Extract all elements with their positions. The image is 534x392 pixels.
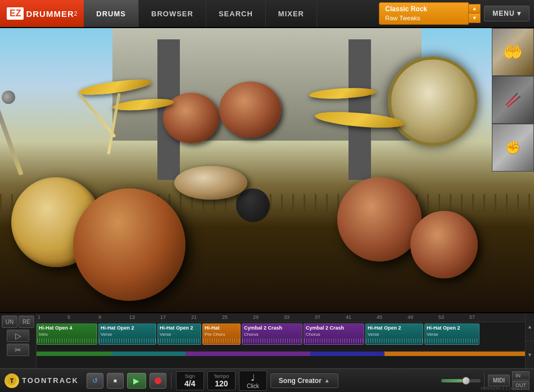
floor-tom-right[interactable] <box>337 177 422 262</box>
seq-block-4-pattern <box>242 339 302 343</box>
seq-timeline: 1 5 9 13 17 21 25 29 33 37 41 45 49 53 5… <box>37 313 534 368</box>
preset-line2: Raw Tweaks <box>385 14 449 22</box>
ruler-13: 13 <box>129 314 135 320</box>
tab-browser[interactable]: BROWSER <box>139 0 206 27</box>
preset-arrows: ▲ ▼ <box>469 4 481 23</box>
logo-drummer: DRUMMER <box>26 10 74 18</box>
seq-block-1[interactable]: Hi-Hat Open 2 Verse <box>98 323 156 345</box>
seq-block-0-sub: Intro <box>37 332 97 337</box>
rack-tom-2[interactable] <box>219 82 281 138</box>
seq-block-4[interactable]: Cymbal 2 Crash Chorus <box>242 323 302 345</box>
version-text: VERSION 2.1.0 (64-BIT) <box>480 386 530 391</box>
song-creator-button[interactable]: Song Creator ▲ <box>270 373 338 388</box>
seq-block-6-sub: Verse <box>366 332 423 337</box>
seq-block-6-label: Hi-Hat Open 2 <box>366 324 423 332</box>
drum-area: 🤲 🥢 ✊ <box>0 28 534 312</box>
stop-button[interactable]: ■ <box>107 373 124 389</box>
snare-drum[interactable] <box>174 166 247 200</box>
click-icon: ♩ <box>251 372 255 383</box>
sign-label: Sign <box>181 373 199 379</box>
seq-block-7[interactable]: Hi-Hat Open 2 Verse <box>424 323 479 345</box>
volume-thumb[interactable] <box>462 377 470 385</box>
ruler-21: 21 <box>191 314 197 320</box>
seq-block-3[interactable]: Hi-Hat Pre Choru <box>202 323 241 345</box>
floor-tom-right-2[interactable] <box>410 211 478 278</box>
menu-button[interactable]: MENU ▾ <box>484 6 530 21</box>
color-strip <box>37 352 534 356</box>
redo-button[interactable]: RE <box>19 316 34 328</box>
cut-tool-button[interactable]: ✂ <box>7 344 29 356</box>
sequencer: UN RE ▷ ✂ 1 5 9 13 17 21 25 29 33 37 <box>0 312 534 368</box>
seq-block-4-sub: Chorus <box>242 332 302 337</box>
ruler-53: 53 <box>438 314 444 320</box>
preset-dropdown[interactable]: Classic Rock Raw Tweaks <box>379 2 469 25</box>
stop-icon: ■ <box>114 377 117 384</box>
midi-button[interactable]: MIDI <box>488 375 510 386</box>
toontrack-logo: T TOONTRACK <box>4 373 79 388</box>
transport-bar: T TOONTRACK ↺ ■ ▶ Sign 4/4 Tempo <box>0 368 534 392</box>
seq-scroll-down[interactable]: ▼ <box>526 341 534 369</box>
undo-button[interactable]: UN <box>2 316 17 328</box>
seq-block-5-pattern <box>304 339 364 343</box>
seq-block-1-label: Hi-Hat Open 2 <box>99 324 156 332</box>
in-button[interactable]: IN <box>512 371 530 380</box>
track-row-1: Hi-Hat Open 4 Intro Hi-Hat Open 2 Verse … <box>37 322 534 350</box>
loop-icon: ↺ <box>92 377 98 385</box>
seq-scroll-up[interactable]: ▲ <box>526 313 534 341</box>
toontrack-icon: T <box>4 373 19 388</box>
instrument-panel-stick[interactable]: 🥢 <box>492 76 534 124</box>
click-button[interactable]: ♩ Click <box>239 371 267 391</box>
seq-block-0-pattern <box>37 339 97 343</box>
seq-block-3-sub: Pre Choru <box>203 332 240 337</box>
seq-block-2-sub: Verse <box>158 332 201 337</box>
time-signature-box[interactable]: Sign 4/4 <box>176 371 204 390</box>
seq-block-7-label: Hi-Hat Open 2 <box>425 324 479 332</box>
logo-version: 2 <box>74 11 78 17</box>
volume-slider[interactable] <box>441 379 481 382</box>
mallet-head <box>0 89 17 106</box>
seq-block-0[interactable]: Hi-Hat Open 4 Intro <box>37 323 97 345</box>
ruler-49: 49 <box>408 314 413 320</box>
tempo-label: Tempo <box>212 373 230 379</box>
instrument-panel-hands[interactable]: 🤲 <box>492 28 534 76</box>
tempo-value: 120 <box>215 379 228 388</box>
stage-tower-right <box>349 39 371 180</box>
mallet-stick <box>0 100 24 175</box>
select-tool-button[interactable]: ▷ <box>7 330 29 342</box>
seq-block-6[interactable]: Hi-Hat Open 2 Verse <box>365 323 423 345</box>
ruler-9: 9 <box>98 314 101 320</box>
ruler-29: 29 <box>253 314 259 320</box>
play-icon: ▶ <box>133 376 139 385</box>
ruler-17: 17 <box>160 314 166 320</box>
divider-1 <box>171 373 171 389</box>
app-logo: EZ DRUMMER 2 <box>0 0 84 27</box>
right-instrument-panels: 🤲 🥢 ✊ <box>492 28 534 172</box>
sign-value: 4/4 <box>184 379 195 388</box>
ruler-1: 1 <box>38 314 40 320</box>
seq-block-1-pattern <box>99 339 156 343</box>
preset-line1: Classic Rock <box>385 5 449 14</box>
play-button[interactable]: ▶ <box>127 373 146 389</box>
seq-block-5[interactable]: Cymbal 2 Crash Chorus <box>304 323 364 345</box>
preset-down-button[interactable]: ▼ <box>469 13 480 22</box>
toontrack-label: TOONTRACK <box>22 376 79 385</box>
bass-drum[interactable] <box>73 188 185 301</box>
volume-fill <box>441 379 463 382</box>
seq-block-2-pattern <box>158 339 201 343</box>
svg-text:T: T <box>10 378 13 384</box>
tab-drums[interactable]: DRUMS <box>84 0 139 27</box>
seq-block-5-sub: Chorus <box>304 332 364 337</box>
loop-button[interactable]: ↺ <box>87 373 103 389</box>
seq-block-0-label: Hi-Hat Open 4 <box>37 324 97 332</box>
instrument-panel-shaker[interactable]: ✊ <box>492 124 534 172</box>
preset-up-button[interactable]: ▲ <box>469 4 480 13</box>
record-button[interactable] <box>150 373 166 389</box>
seq-block-2-label: Hi-Hat Open 2 <box>158 324 201 332</box>
gong[interactable] <box>388 56 478 146</box>
seq-block-2[interactable]: Hi-Hat Open 2 Verse <box>157 323 201 345</box>
record-indicator <box>155 377 161 384</box>
tab-search[interactable]: SEARCH <box>206 0 266 27</box>
bottom-area: UN RE ▷ ✂ 1 5 9 13 17 21 25 29 33 37 <box>0 312 534 392</box>
tab-mixer[interactable]: MIXER <box>266 0 317 27</box>
tempo-box[interactable]: Tempo 120 <box>207 371 236 390</box>
